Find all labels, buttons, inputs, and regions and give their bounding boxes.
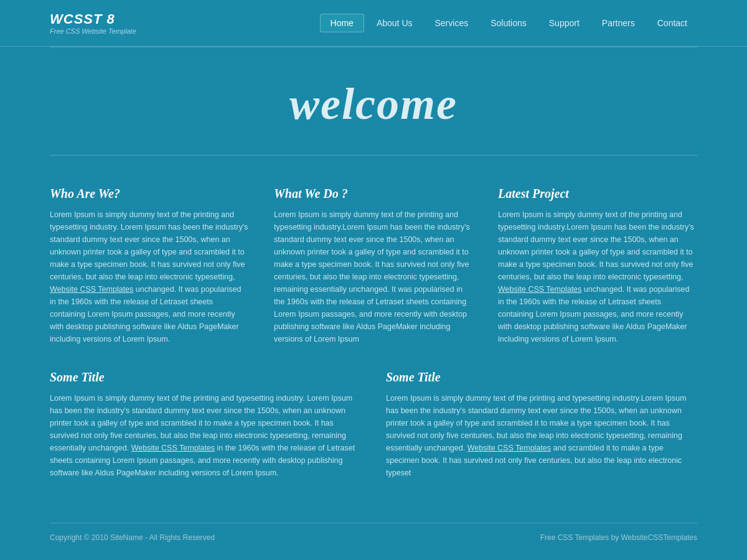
logo-subtitle: Free CSS Website Template <box>50 27 136 35</box>
content-divider <box>50 155 697 156</box>
latest-project-section: Latest Project Lorem Ipsum is simply dum… <box>498 187 697 345</box>
latest-project-title: Latest Project <box>498 187 697 201</box>
logo: WCSST 8 Free CSS Website Template <box>50 11 136 35</box>
who-are-we-link[interactable]: Website CSS Templates <box>50 285 133 294</box>
nav-contact[interactable]: Contact <box>647 14 697 32</box>
nav-services[interactable]: Services <box>425 14 479 32</box>
main-nav: Home About Us Services Solutions Support… <box>320 14 697 32</box>
what-we-do-title: What We Do ? <box>274 187 473 201</box>
latest-project-text: Lorem Ipsum is simply dummy text of the … <box>498 208 697 345</box>
bottom-right-link[interactable]: Website CSS Templates <box>467 444 551 452</box>
nav-solutions[interactable]: Solutions <box>481 14 537 32</box>
main-content: Who Are We? Lorem Ipsum is simply dummy … <box>0 174 747 504</box>
bottom-left-section: Some Title Lorem Ipsum is simply dummy t… <box>50 370 361 479</box>
bottom-left-link[interactable]: Website CSS Templates <box>131 444 215 452</box>
bottom-left-title: Some Title <box>50 370 361 385</box>
who-are-we-section: Who Are We? Lorem Ipsum is simply dummy … <box>50 187 249 345</box>
who-are-we-title: Who Are We? <box>50 187 249 201</box>
logo-title: WCSST 8 <box>50 11 136 27</box>
nav-home[interactable]: Home <box>320 14 364 32</box>
who-are-we-text: Lorem Ipsum is simply dummy text of the … <box>50 208 249 345</box>
footer: Copyright © 2010 SiteName - All Rights R… <box>0 523 747 552</box>
bottom-right-text: Lorem Ipsum is simply dummy text of the … <box>386 392 697 479</box>
nav-support[interactable]: Support <box>539 14 590 32</box>
hero-section: welcome <box>0 47 747 155</box>
header: WCSST 8 Free CSS Website Template Home A… <box>0 0 747 47</box>
welcome-heading: welcome <box>0 78 747 130</box>
what-we-do-section: What We Do ? Lorem Ipsum is simply dummy… <box>274 187 473 345</box>
bottom-right-section: Some Title Lorem Ipsum is simply dummy t… <box>386 370 697 479</box>
bottom-right-title: Some Title <box>386 370 697 385</box>
latest-project-link[interactable]: Website CSS Templates <box>498 285 581 294</box>
bottom-columns: Some Title Lorem Ipsum is simply dummy t… <box>50 370 697 479</box>
footer-credits: Free CSS Templates by WebsiteCSSTemplate… <box>540 533 697 542</box>
top-columns: Who Are We? Lorem Ipsum is simply dummy … <box>50 187 697 345</box>
footer-copyright: Copyright © 2010 SiteName - All Rights R… <box>50 533 215 542</box>
nav-partners[interactable]: Partners <box>592 14 645 32</box>
bottom-left-text: Lorem Ipsum is simply dummy text of the … <box>50 392 361 479</box>
nav-about[interactable]: About Us <box>367 14 423 32</box>
what-we-do-text: Lorem Ipsum is simply dummy text of the … <box>274 208 473 345</box>
